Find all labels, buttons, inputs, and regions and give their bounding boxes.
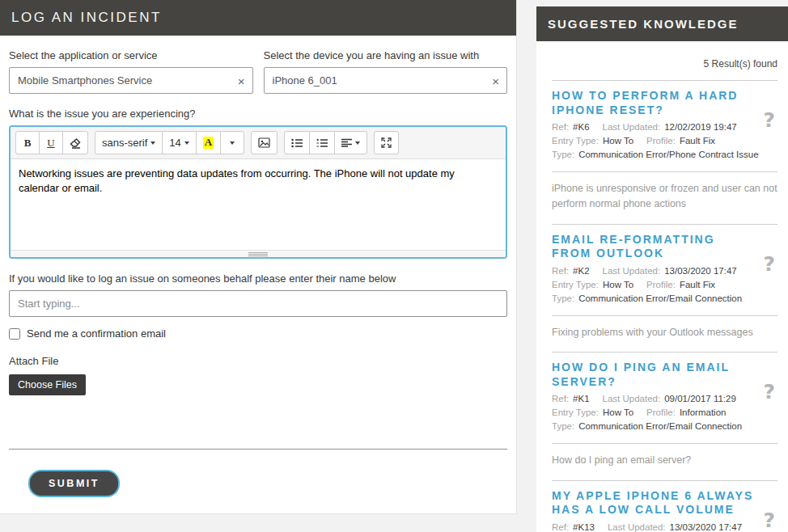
chevron-down-icon: [150, 141, 155, 145]
updated-value: 12/02/2019 19:47: [664, 122, 737, 132]
app-service-value: Mobile Smartphones Service: [18, 74, 152, 87]
updated-value: 09/01/2017 11:29: [664, 394, 736, 403]
choose-files-button[interactable]: Choose Files: [9, 374, 86, 395]
font-color-dropdown[interactable]: [220, 131, 244, 154]
knowledge-item-meta: Ref:#K13Last Updated:13/03/2020 17:47 En…: [552, 521, 777, 532]
knowledge-item-meta: Ref:#K2Last Updated:13/03/2020 17:47 Ent…: [552, 264, 777, 306]
page: LOG AN INCIDENT Select the application o…: [0, 0, 788, 532]
app-service-clear-icon[interactable]: ×: [238, 74, 245, 87]
type-value: Communication Error/Email Connection: [578, 293, 742, 303]
issue-label: What is the issue you are experiencing?: [9, 108, 507, 120]
bold-button[interactable]: B: [15, 131, 40, 154]
editor-toolbar: B U sans-serif: [11, 127, 506, 159]
ref-label: Ref:: [552, 394, 569, 403]
eraser-icon: [70, 137, 81, 149]
entry-type-value: How To: [603, 407, 633, 417]
type-label: Type:: [552, 421, 574, 431]
submit-button[interactable]: SUBMIT: [28, 470, 120, 497]
ref-label: Ref:: [552, 522, 569, 532]
app-service-select[interactable]: Mobile Smartphones Service ×: [9, 67, 253, 94]
knowledge-item: HOW TO PERFORM A HARD IPHONE RESET? ? Re…: [552, 81, 777, 224]
profile-label: Profile:: [646, 407, 676, 417]
font-color-icon: A: [203, 137, 214, 148]
issue-textarea[interactable]: Networking issues are preventing data up…: [11, 159, 506, 250]
suggested-knowledge-header: SUGGESTED KNOWLEDGE: [536, 6, 788, 41]
knowledge-item-description: Fixing problems with your Outlook messag…: [552, 316, 777, 342]
type-value: Communication Error/Email Connection: [578, 421, 742, 431]
updated-label: Last Updated:: [603, 122, 661, 132]
ref-value: #K6: [573, 122, 589, 132]
results-count: 5 Result(s) found: [552, 58, 777, 70]
log-incident-header: LOG AN INCIDENT: [0, 0, 516, 36]
log-incident-title: LOG AN INCIDENT: [11, 10, 162, 26]
profile-value: Fault Fix: [680, 280, 715, 289]
updated-value: 13/03/2020 17:47: [664, 266, 737, 276]
fullscreen-icon: [381, 137, 392, 148]
attach-file-label: Attach File: [9, 355, 507, 367]
paragraph-align-dropdown[interactable]: [334, 131, 367, 154]
profile-value: Information: [680, 407, 727, 417]
fullscreen-button[interactable]: [374, 131, 399, 154]
device-value: iPhone 6_001: [273, 74, 337, 87]
help-question-icon[interactable]: ?: [763, 382, 775, 402]
editor-resize-bar[interactable]: [11, 250, 506, 257]
updated-label: Last Updated:: [608, 522, 666, 532]
knowledge-item-title[interactable]: HOW DO I PING AN EMAIL SERVER?: [552, 361, 777, 389]
font-color-button[interactable]: A: [196, 131, 221, 154]
confirmation-email-label[interactable]: Send me a confirmation email: [27, 327, 166, 340]
profile-label: Profile:: [646, 136, 676, 146]
rich-text-editor: B U sans-serif: [9, 125, 507, 259]
knowledge-item-title[interactable]: MY APPLE IPHONE 6 ALWAYS HAS A LOW CALL …: [552, 489, 777, 517]
ref-label: Ref:: [552, 122, 569, 132]
font-family-dropdown[interactable]: sans-serif: [95, 131, 163, 154]
knowledge-item-description: How do I ping an email server?: [552, 444, 777, 470]
profile-label: Profile:: [646, 280, 676, 289]
ref-value: #K13: [573, 522, 595, 532]
resize-handle-icon: [248, 252, 268, 256]
ref-label: Ref:: [552, 266, 569, 276]
font-family-value: sans-serif: [102, 137, 147, 149]
knowledge-item-title[interactable]: EMAIL RE-FORMATTING FROM OUTLOOK: [552, 233, 777, 261]
unordered-list-button[interactable]: [284, 131, 310, 154]
device-select[interactable]: iPhone 6_001 ×: [264, 67, 508, 94]
knowledge-item: MY APPLE IPHONE 6 ALWAYS HAS A LOW CALL …: [552, 481, 777, 532]
behalf-name-input[interactable]: [9, 290, 507, 317]
help-question-icon[interactable]: ?: [763, 510, 775, 530]
knowledge-item: EMAIL RE-FORMATTING FROM OUTLOOK ? Ref:#…: [552, 225, 777, 352]
type-label: Type:: [552, 293, 574, 303]
suggested-knowledge-title: SUGGESTED KNOWLEDGE: [548, 17, 739, 31]
ref-value: #K1: [573, 394, 589, 403]
help-question-icon[interactable]: ?: [763, 110, 775, 130]
help-question-icon[interactable]: ?: [763, 254, 775, 274]
chevron-down-icon: [184, 141, 189, 145]
chevron-down-icon: [230, 141, 235, 145]
entry-type-value: How To: [603, 136, 633, 146]
unordered-list-icon: [291, 138, 303, 148]
ordered-list-icon: [316, 138, 328, 148]
app-service-label: Select the application or service: [9, 49, 253, 61]
entry-type-label: Entry Type:: [552, 407, 599, 417]
knowledge-item-meta: Ref:#K6Last Updated:12/02/2019 19:47 Ent…: [552, 120, 777, 162]
form-divider: [9, 449, 507, 450]
knowledge-item: HOW DO I PING AN EMAIL SERVER? ? Ref:#K1…: [552, 353, 777, 479]
device-clear-icon[interactable]: ×: [492, 74, 499, 87]
knowledge-item-description: iPhone is unresponsive or frozen and use…: [552, 172, 777, 214]
knowledge-item-meta: Ref:#K1Last Updated:09/01/2017 11:29 Ent…: [552, 392, 777, 433]
updated-value: 13/03/2020 17:47: [670, 522, 743, 532]
align-icon: [341, 138, 352, 147]
entry-type-value: How To: [603, 280, 633, 289]
underline-button[interactable]: U: [39, 131, 63, 154]
font-size-dropdown[interactable]: 14: [162, 131, 196, 154]
insert-image-button[interactable]: [251, 131, 277, 154]
updated-label: Last Updated:: [603, 266, 661, 276]
confirmation-email-checkbox[interactable]: [9, 328, 20, 340]
clear-formatting-button[interactable]: [62, 131, 88, 154]
suggested-knowledge-panel: SUGGESTED KNOWLEDGE 5 Result(s) found HO…: [536, 6, 788, 532]
ref-value: #K2: [573, 266, 589, 276]
type-label: Type:: [552, 150, 574, 159]
ordered-list-button[interactable]: [309, 131, 335, 154]
entry-type-label: Entry Type:: [552, 136, 599, 146]
knowledge-item-title[interactable]: HOW TO PERFORM A HARD IPHONE RESET?: [552, 89, 777, 117]
updated-label: Last Updated:: [603, 394, 661, 403]
entry-type-label: Entry Type:: [552, 280, 599, 289]
